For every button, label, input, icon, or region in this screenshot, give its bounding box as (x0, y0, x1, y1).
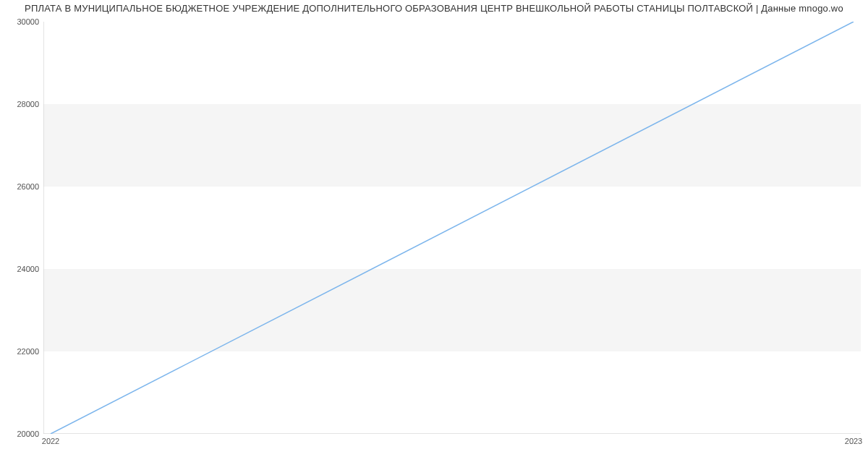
y-tick-label: 26000 (17, 182, 39, 191)
y-tick-label: 20000 (17, 430, 39, 438)
series-line (51, 22, 854, 434)
x-tick-label: 2023 (845, 437, 862, 445)
chart-container: РПЛАТА В МУНИЦИПАЛЬНОЕ БЮДЖЕТНОЕ УЧРЕЖДЕ… (0, 0, 868, 470)
y-tick-label: 22000 (17, 347, 39, 356)
grid-band (43, 104, 861, 187)
plot-area (43, 22, 861, 434)
y-tick-label: 30000 (17, 17, 39, 26)
chart-title: РПЛАТА В МУНИЦИПАЛЬНОЕ БЮДЖЕТНОЕ УЧРЕЖДЕ… (0, 3, 868, 14)
grid-band (43, 269, 861, 351)
y-tick-label: 24000 (17, 265, 39, 273)
x-tick-label: 2022 (42, 437, 59, 445)
y-tick-label: 28000 (17, 100, 39, 108)
plot-svg (43, 22, 861, 434)
